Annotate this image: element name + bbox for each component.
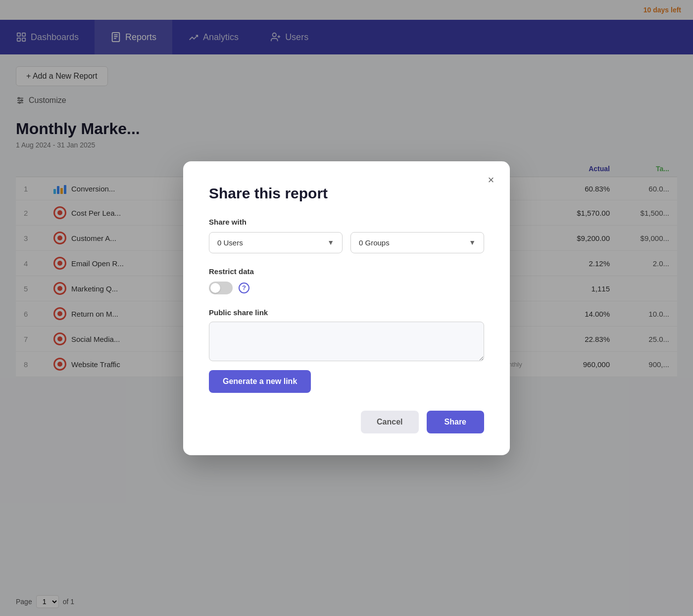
modal-title: Share this report — [209, 185, 484, 202]
modal-close-button[interactable]: × — [482, 171, 500, 189]
groups-dropdown[interactable]: 0 Groups ▼ — [350, 232, 484, 253]
restrict-data-label: Restrict data — [209, 267, 484, 276]
restrict-data-row: ? — [209, 282, 484, 294]
cancel-button[interactable]: Cancel — [361, 411, 418, 433]
public-link-label: Public share link — [209, 308, 484, 317]
share-button[interactable]: Share — [427, 411, 484, 433]
chevron-down-icon: ▼ — [327, 238, 334, 246]
share-with-row: 0 Users ▼ 0 Groups ▼ — [209, 232, 484, 253]
toggle-knob — [210, 283, 220, 293]
users-dropdown[interactable]: 0 Users ▼ — [209, 232, 343, 253]
public-link-textarea[interactable] — [209, 322, 484, 361]
help-icon[interactable]: ? — [239, 283, 249, 293]
restrict-data-toggle[interactable] — [209, 282, 233, 294]
modal-footer: Cancel Share — [209, 411, 484, 433]
share-modal: × Share this report Share with 0 Users ▼… — [183, 161, 510, 455]
generate-link-button[interactable]: Generate a new link — [209, 370, 311, 393]
share-with-label: Share with — [209, 218, 484, 226]
chevron-down-icon: ▼ — [469, 238, 476, 246]
